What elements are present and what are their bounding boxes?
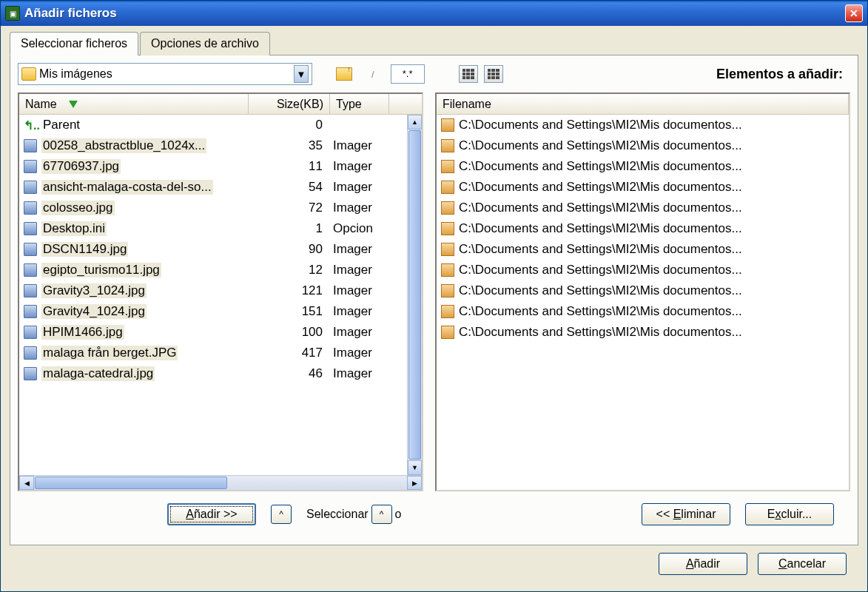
scroll-thumb[interactable] xyxy=(408,130,421,460)
tab-select-files[interactable]: Seleccionar ficheros xyxy=(10,32,138,56)
selected-row[interactable]: C:\Documents and Settings\MI2\Mis docume… xyxy=(437,177,849,198)
file-size-label: 12 xyxy=(249,263,330,278)
file-row[interactable]: DSCN1149.jpg90Imager xyxy=(19,239,407,260)
file-row[interactable]: malaga från berget.JPG417Imager xyxy=(19,343,407,363)
image-file-icon xyxy=(24,181,37,194)
horizontal-scrollbar[interactable]: ◀ ▶ xyxy=(19,475,422,490)
up-folder-icon xyxy=(336,67,352,81)
image-file-icon xyxy=(24,139,37,152)
grid-icon xyxy=(460,66,477,82)
file-list: Name Size(KB) Type ↰..Parent000258_abstr… xyxy=(18,92,423,491)
selected-list-header: Filename xyxy=(437,94,849,115)
file-type-label: Imager xyxy=(330,180,389,195)
titlebar[interactable]: ▣ Añadir ficheros ✕ xyxy=(1,1,867,26)
panels-row: Name Size(KB) Type ↰..Parent000258_abstr… xyxy=(18,92,850,491)
scroll-left-button[interactable]: ◀ xyxy=(19,476,34,490)
selected-row[interactable]: C:\Documents and Settings\MI2\Mis docume… xyxy=(437,260,849,280)
file-size-label: 90 xyxy=(249,242,330,257)
selected-row[interactable]: C:\Documents and Settings\MI2\Mis docume… xyxy=(437,115,849,135)
file-type-label: Imager xyxy=(330,366,389,381)
file-row[interactable]: ↰..Parent0 xyxy=(19,115,407,135)
file-size-label: 54 xyxy=(249,180,330,195)
exclude-button[interactable]: Excluir... xyxy=(745,503,834,525)
selected-row[interactable]: C:\Documents and Settings\MI2\Mis docume… xyxy=(437,322,849,343)
add-to-list-button[interactable]: Añadir >> xyxy=(167,503,256,525)
select-all-group: Seleccionar^o xyxy=(306,505,402,524)
archive-file-icon xyxy=(441,201,454,215)
selected-list-body[interactable]: C:\Documents and Settings\MI2\Mis docume… xyxy=(437,115,849,490)
selected-row[interactable]: C:\Documents and Settings\MI2\Mis docume… xyxy=(437,280,849,301)
selected-row[interactable]: C:\Documents and Settings\MI2\Mis docume… xyxy=(437,239,849,260)
cancel-button[interactable]: Cancelar xyxy=(758,553,847,575)
sort-indicator-icon xyxy=(69,101,78,108)
file-list-header: Name Size(KB) Type xyxy=(19,94,422,115)
file-type-label: Imager xyxy=(330,138,389,153)
vertical-scrollbar[interactable]: ▲ ▼ xyxy=(407,115,422,475)
close-button[interactable]: ✕ xyxy=(845,4,863,22)
selected-row[interactable]: C:\Documents and Settings\MI2\Mis docume… xyxy=(437,301,849,322)
list-icon xyxy=(485,66,502,82)
file-name-label: malaga-catedral.jpg xyxy=(41,366,155,381)
tab-archive-options[interactable]: Opciones de archivo xyxy=(140,32,270,56)
file-type-label: Imager xyxy=(330,159,389,174)
image-file-icon xyxy=(24,326,37,339)
select-all-suffix: o xyxy=(395,508,402,521)
file-row[interactable]: 67706937.jpg11Imager xyxy=(19,156,407,177)
file-row[interactable]: egipto_turismo11.jpg12Imager xyxy=(19,260,407,280)
selected-path-label: C:\Documents and Settings\MI2\Mis docume… xyxy=(459,283,742,298)
scroll-right-button[interactable]: ▶ xyxy=(407,476,422,490)
column-size[interactable]: Size(KB) xyxy=(249,94,330,114)
filter-input[interactable]: *.* xyxy=(391,64,425,84)
up-folder-button[interactable] xyxy=(333,64,355,84)
hscroll-thumb[interactable] xyxy=(35,477,227,489)
archive-file-icon xyxy=(441,118,454,132)
folder-dropdown[interactable]: Mis imágenes ▼ xyxy=(18,63,312,85)
select-toggle-button[interactable]: ^ xyxy=(371,505,392,524)
file-name-label: Gravity4_1024.jpg xyxy=(41,304,147,319)
file-size-label: 151 xyxy=(249,304,330,319)
image-file-icon xyxy=(24,201,37,215)
archive-file-icon xyxy=(441,243,454,256)
file-size-label: 35 xyxy=(249,138,330,153)
select-up-button[interactable]: ^ xyxy=(271,505,292,524)
dialog-window: ▣ Añadir ficheros ✕ Seleccionar ficheros… xyxy=(0,0,868,592)
remove-button[interactable]: << Eliminar xyxy=(642,503,730,525)
selected-row[interactable]: C:\Documents and Settings\MI2\Mis docume… xyxy=(437,198,849,218)
selected-path-label: C:\Documents and Settings\MI2\Mis docume… xyxy=(459,325,742,340)
selected-row[interactable]: C:\Documents and Settings\MI2\Mis docume… xyxy=(437,135,849,156)
chevron-down-icon[interactable]: ▼ xyxy=(294,65,309,83)
view-list-button[interactable] xyxy=(484,65,503,83)
file-row[interactable]: 00258_abstractblue_1024x...35Imager xyxy=(19,135,407,156)
file-row[interactable]: Gravity3_1024.jpg121Imager xyxy=(19,280,407,301)
file-row[interactable]: Gravity4_1024.jpg151Imager xyxy=(19,301,407,322)
file-size-label: 72 xyxy=(249,201,330,215)
settings-file-icon xyxy=(24,222,37,235)
selected-row[interactable]: C:\Documents and Settings\MI2\Mis docume… xyxy=(437,156,849,177)
app-icon: ▣ xyxy=(5,6,20,21)
add-button[interactable]: Añadir xyxy=(659,553,747,575)
selected-path-label: C:\Documents and Settings\MI2\Mis docume… xyxy=(459,138,742,153)
file-type-label: Imager xyxy=(330,201,389,215)
column-filename[interactable]: Filename xyxy=(437,94,849,114)
file-row[interactable]: colosseo.jpg72Imager xyxy=(19,198,407,218)
file-name-label: 00258_abstractblue_1024x... xyxy=(41,138,206,153)
archive-file-icon xyxy=(441,305,454,318)
file-row[interactable]: HPIM1466.jpg100Imager xyxy=(19,322,407,343)
view-details-button[interactable] xyxy=(459,65,478,83)
file-row[interactable]: malaga-catedral.jpg46Imager xyxy=(19,363,407,384)
file-type-label: Opcion xyxy=(330,221,389,236)
column-name[interactable]: Name xyxy=(19,94,249,114)
file-row[interactable]: Desktop.ini1Opcion xyxy=(19,218,407,239)
selected-path-label: C:\Documents and Settings\MI2\Mis docume… xyxy=(459,201,742,215)
image-file-icon xyxy=(24,367,37,380)
folder-icon xyxy=(21,67,36,81)
file-size-label: 121 xyxy=(249,283,330,298)
scroll-down-button[interactable]: ▼ xyxy=(408,460,422,475)
file-row[interactable]: ansicht-malaga-costa-del-so...54Imager xyxy=(19,177,407,198)
file-list-body[interactable]: ↰..Parent000258_abstractblue_1024x...35I… xyxy=(19,115,407,475)
file-size-label: 1 xyxy=(249,221,330,236)
scroll-up-button[interactable]: ▲ xyxy=(408,115,422,130)
selected-path-label: C:\Documents and Settings\MI2\Mis docume… xyxy=(459,118,742,132)
selected-row[interactable]: C:\Documents and Settings\MI2\Mis docume… xyxy=(437,218,849,239)
column-type[interactable]: Type xyxy=(330,94,389,114)
